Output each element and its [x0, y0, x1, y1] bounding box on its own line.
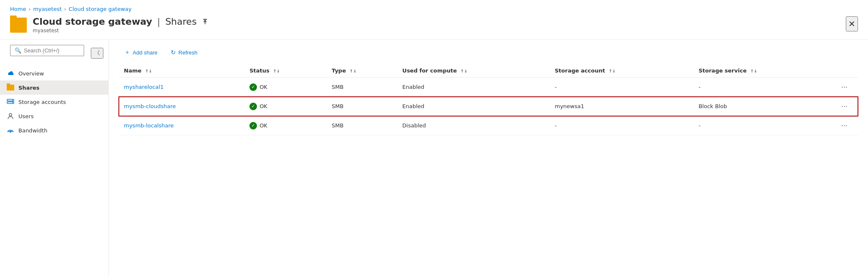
col-header-status[interactable]: Status ↑↓: [244, 64, 326, 78]
sidebar-item-bandwidth-label: Bandwidth: [18, 127, 47, 134]
sort-icon-storage-account[interactable]: ↑↓: [609, 69, 616, 73]
cell-type: SMB: [327, 116, 398, 135]
cell-type: SMB: [327, 78, 398, 97]
breadcrumb-sep-1: ›: [28, 6, 31, 12]
cell-name[interactable]: mysmb-cloudshare: [119, 97, 244, 116]
svg-rect-0: [203, 19, 207, 20]
svg-rect-2: [203, 21, 207, 22]
cell-status: OK: [244, 78, 326, 97]
table-row: mysmb-localshareOKSMBDisabled--···: [119, 116, 858, 135]
col-name-label: Name: [124, 67, 141, 74]
cell-actions[interactable]: ···: [833, 97, 858, 116]
svg-rect-3: [205, 22, 205, 24]
sidebar-item-bandwidth[interactable]: Bandwidth: [0, 123, 108, 137]
svg-point-7: [12, 102, 13, 103]
search-icon: 🔍: [15, 47, 21, 54]
col-used-for-compute-label: Used for compute: [402, 67, 457, 74]
add-share-button[interactable]: ＋ Add share: [119, 46, 163, 59]
col-header-name[interactable]: Name ↑↓: [119, 64, 244, 78]
sort-icon-used-for-compute[interactable]: ↑↓: [460, 69, 467, 73]
svg-point-6: [12, 100, 13, 101]
cell-actions[interactable]: ···: [833, 116, 858, 135]
col-header-storage-service[interactable]: Storage service ↑↓: [693, 64, 833, 78]
sort-icon-status[interactable]: ↑↓: [273, 69, 280, 73]
breadcrumb-cloud-storage-gateway[interactable]: Cloud storage gateway: [69, 6, 131, 12]
refresh-icon: ↻: [171, 49, 176, 56]
storage-icon: [7, 98, 14, 106]
pin-icon[interactable]: [202, 18, 208, 25]
cell-name[interactable]: mysmb-localshare: [119, 116, 244, 135]
breadcrumb-myasetest[interactable]: myasetest: [33, 6, 62, 12]
sidebar-item-users-label: Users: [18, 113, 33, 119]
status-text: OK: [259, 84, 267, 90]
sidebar-item-overview[interactable]: Overview: [0, 66, 108, 80]
header-left: Cloud storage gateway | Shares myasetest: [10, 16, 208, 34]
close-button[interactable]: ✕: [846, 16, 858, 31]
status-ok-indicator: OK: [249, 103, 321, 110]
more-options-button[interactable]: ···: [838, 82, 851, 92]
page: Home › myasetest › Cloud storage gateway…: [0, 0, 868, 277]
cell-status: OK: [244, 97, 326, 116]
col-storage-account-label: Storage account: [555, 67, 605, 74]
cell-actions[interactable]: ···: [833, 78, 858, 97]
status-dot: [249, 83, 257, 91]
users-icon: [7, 112, 14, 120]
sort-icon-storage-service[interactable]: ↑↓: [750, 69, 758, 73]
search-input[interactable]: [24, 47, 80, 54]
resource-subtitle: myasetest: [33, 28, 208, 34]
resource-name: Cloud storage gateway: [33, 16, 152, 27]
col-storage-service-label: Storage service: [699, 67, 747, 74]
status-dot: [249, 103, 257, 110]
cell-used-for-compute: Disabled: [397, 116, 550, 135]
sidebar-item-shares[interactable]: Shares: [0, 80, 108, 95]
title-separator: |: [157, 16, 160, 27]
cell-storage-service: -: [693, 78, 833, 97]
sidebar-item-users[interactable]: Users: [0, 109, 108, 123]
collapse-sidebar-button[interactable]: 《: [91, 48, 103, 59]
status-text: OK: [259, 122, 267, 129]
col-header-type[interactable]: Type ↑↓: [327, 64, 398, 78]
shares-table: Name ↑↓ Status ↑↓ Type ↑↓ Used for com: [119, 64, 858, 135]
cell-used-for-compute: Enabled: [397, 97, 550, 116]
table-body: mysharelocal1OKSMBEnabled--···mysmb-clou…: [119, 78, 858, 135]
col-header-storage-account[interactable]: Storage account ↑↓: [550, 64, 693, 78]
refresh-label: Refresh: [178, 49, 198, 56]
svg-point-9: [10, 132, 11, 133]
sort-icon-type[interactable]: ↑↓: [349, 69, 357, 73]
status-ok-indicator: OK: [249, 122, 321, 129]
sort-icon-name[interactable]: ↑↓: [145, 69, 152, 73]
breadcrumb-home[interactable]: Home: [10, 6, 26, 12]
header: Cloud storage gateway | Shares myasetest: [0, 16, 868, 40]
cell-name[interactable]: mysharelocal1: [119, 78, 244, 97]
col-status-label: Status: [249, 67, 270, 74]
breadcrumb: Home › myasetest › Cloud storage gateway: [0, 0, 868, 16]
cell-storage-service: Block Blob: [693, 97, 833, 116]
svg-point-8: [9, 114, 12, 116]
cell-storage-account: -: [550, 78, 693, 97]
bandwidth-icon: [7, 127, 14, 134]
sidebar-item-storage-accounts[interactable]: Storage accounts: [0, 95, 108, 109]
breadcrumb-sep-2: ›: [64, 6, 66, 12]
more-options-button[interactable]: ···: [838, 120, 851, 131]
sidebar-item-overview-label: Overview: [18, 70, 44, 77]
table-row: mysmb-cloudshareOKSMBEnabledmynewsa1Bloc…: [119, 97, 858, 116]
content-area: ＋ Add share ↻ Refresh Name ↑↓: [109, 40, 868, 277]
col-header-used-for-compute[interactable]: Used for compute ↑↓: [397, 64, 550, 78]
cell-storage-service: -: [693, 116, 833, 135]
toolbar: ＋ Add share ↻ Refresh: [119, 40, 858, 64]
cell-storage-account: mynewsa1: [550, 97, 693, 116]
header-title-row: Cloud storage gateway | Shares: [33, 16, 208, 27]
resource-icon: [10, 18, 27, 33]
status-dot: [249, 122, 257, 129]
cell-status: OK: [244, 116, 326, 135]
more-options-button[interactable]: ···: [838, 101, 851, 111]
sidebar-item-storage-accounts-label: Storage accounts: [18, 99, 66, 105]
cloud-icon: [7, 70, 14, 77]
sidebar-item-shares-label: Shares: [18, 85, 39, 91]
cell-type: SMB: [327, 97, 398, 116]
sidebar: 🔍 《 Overview Shares: [0, 40, 109, 277]
search-box[interactable]: 🔍: [10, 45, 84, 56]
refresh-button[interactable]: ↻ Refresh: [165, 46, 203, 59]
cell-used-for-compute: Enabled: [397, 78, 550, 97]
table-header: Name ↑↓ Status ↑↓ Type ↑↓ Used for com: [119, 64, 858, 78]
